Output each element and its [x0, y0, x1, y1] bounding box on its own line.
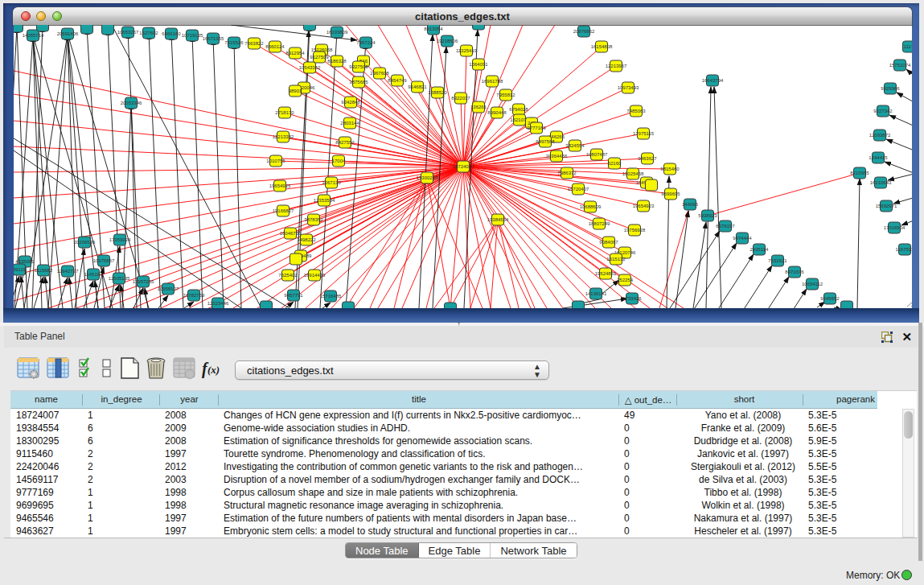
- svg-text:10958107: 10958107: [158, 286, 179, 291]
- svg-text:12505135: 12505135: [109, 276, 130, 281]
- svg-text:14055714: 14055714: [23, 33, 44, 38]
- svg-text:7986372: 7986372: [557, 171, 577, 175]
- svg-text:12353594: 12353594: [314, 198, 335, 203]
- svg-text:252254: 252254: [617, 278, 634, 282]
- svg-text:1588520: 1588520: [428, 90, 447, 95]
- svg-text:3267130: 3267130: [322, 180, 341, 185]
- svg-text:10975867: 10975867: [93, 258, 115, 263]
- svg-text:16210643: 16210643: [870, 180, 892, 185]
- svg-text:4535061: 4535061: [15, 259, 35, 264]
- svg-text:19384554: 19384554: [487, 217, 509, 222]
- svg-text:20364456: 20364456: [546, 154, 568, 159]
- svg-text:3875685: 3875685: [349, 80, 368, 84]
- svg-text:3824554: 3824554: [565, 143, 585, 148]
- svg-text:10653267: 10653267: [117, 30, 139, 35]
- svg-text:2367608: 2367608: [370, 71, 389, 76]
- svg-text:9699695: 9699695: [661, 192, 680, 196]
- svg-text:7663822: 7663822: [244, 41, 264, 46]
- svg-text:9929966: 9929966: [881, 86, 900, 91]
- svg-text:7955812: 7955812: [496, 93, 515, 97]
- svg-text:10025458: 10025458: [622, 171, 644, 176]
- svg-text:16782759: 16782759: [183, 293, 205, 298]
- svg-text:15720407: 15720407: [568, 187, 589, 192]
- svg-text:20691406: 20691406: [57, 31, 79, 36]
- svg-text:10654112: 10654112: [802, 282, 823, 286]
- svg-text:1527602: 1527602: [139, 31, 158, 35]
- svg-text:15692971: 15692971: [876, 204, 897, 208]
- svg-text:17957255: 17957255: [133, 279, 154, 284]
- svg-text:19654923: 19654923: [633, 204, 655, 208]
- svg-text:39119: 39119: [14, 267, 27, 272]
- svg-text:10688609: 10688609: [580, 204, 602, 209]
- svg-text:2718170: 2718170: [275, 110, 294, 115]
- svg-text:14136141: 14136141: [585, 291, 607, 296]
- svg-text:19166827: 19166827: [273, 208, 294, 213]
- svg-text:16046736: 16046736: [280, 231, 302, 236]
- svg-text:9146821: 9146821: [408, 84, 427, 89]
- svg-text:3878352: 3878352: [304, 217, 323, 222]
- svg-text:16961758: 16961758: [482, 79, 503, 84]
- svg-text:10719135: 10719135: [182, 33, 203, 38]
- svg-text:1733426: 1733426: [622, 296, 642, 301]
- svg-text:15751074: 15751074: [889, 63, 911, 68]
- svg-text:1244415: 1244415: [869, 155, 888, 160]
- svg-text:19654925: 19654925: [269, 183, 291, 188]
- svg-text:15716485: 15716485: [320, 294, 342, 299]
- svg-text:1564091: 1564091: [469, 62, 488, 67]
- svg-text:1117: 1117: [904, 44, 912, 49]
- svg-text:9327508: 9327508: [349, 64, 368, 69]
- svg-text:9777169: 9777169: [527, 126, 546, 130]
- svg-text:17359924: 17359924: [109, 237, 131, 242]
- svg-text:8322037: 8322037: [451, 96, 470, 101]
- svg-text:10973493: 10973493: [618, 85, 639, 90]
- svg-text:6794028: 6794028: [509, 107, 528, 112]
- svg-text:9084067: 9084067: [599, 240, 618, 245]
- svg-text:19300295: 19300295: [417, 175, 438, 180]
- svg-text:5938923: 5938923: [698, 213, 717, 218]
- svg-text:8454749: 8454749: [388, 78, 407, 83]
- svg-text:8990448: 8990448: [487, 110, 507, 115]
- svg-text:12323446: 12323446: [207, 301, 229, 306]
- svg-text:12942737: 12942737: [57, 269, 79, 274]
- svg-text:9474444: 9474444: [733, 236, 752, 241]
- svg-text:136261: 136261: [470, 105, 487, 109]
- svg-text:12213382: 12213382: [273, 134, 294, 139]
- svg-text:16033809: 16033809: [326, 30, 348, 35]
- svg-text:20206536: 20206536: [74, 240, 96, 245]
- svg-text:12213967: 12213967: [606, 64, 627, 68]
- svg-text:6466160: 6466160: [162, 31, 181, 36]
- svg-text:8215955: 8215955: [850, 171, 869, 175]
- svg-text:1010755: 1010755: [266, 159, 285, 163]
- svg-text:10807487: 10807487: [586, 152, 608, 157]
- svg-text:6497568: 6497568: [536, 139, 555, 144]
- svg-text:9463627: 9463627: [638, 156, 657, 161]
- svg-text:19756928: 19756928: [624, 228, 646, 233]
- svg-text:98901: 98901: [289, 89, 302, 93]
- svg-text:(x): (x): [207, 364, 220, 376]
- svg-text:16914479: 16914479: [304, 273, 326, 278]
- svg-text:20053346: 20053346: [121, 101, 142, 105]
- svg-text:12093872: 12093872: [869, 133, 891, 138]
- svg-text:10543362: 10543362: [299, 65, 321, 70]
- svg-text:9227342: 9227342: [873, 109, 893, 113]
- svg-text:2935114: 2935114: [750, 247, 770, 252]
- svg-text:16154808: 16154808: [591, 44, 613, 49]
- svg-text:144095: 144095: [682, 202, 699, 207]
- svg-text:17004: 17004: [332, 159, 346, 163]
- svg-text:1115682: 1115682: [35, 268, 53, 273]
- svg-text:3498222: 3498222: [297, 237, 316, 242]
- svg-text:9245652: 9245652: [820, 296, 840, 301]
- svg-text:8660124: 8660124: [265, 44, 285, 49]
- svg-text:7515526: 7515526: [224, 40, 244, 45]
- svg-text:7625402: 7625402: [278, 273, 298, 278]
- svg-text:11325419: 11325419: [456, 48, 478, 53]
- svg-text:20876862: 20876862: [573, 29, 595, 34]
- svg-text:1145194: 1145194: [84, 272, 104, 277]
- svg-text:9127509: 9127509: [310, 55, 329, 60]
- svg-text:8186328: 8186328: [327, 59, 347, 64]
- svg-text:18807249: 18807249: [589, 221, 610, 226]
- svg-text:19218506: 19218506: [437, 39, 458, 43]
- svg-text:7632621: 7632621: [768, 258, 787, 263]
- svg-text:16671355: 16671355: [203, 36, 224, 41]
- svg-text:17016504: 17016504: [884, 225, 906, 230]
